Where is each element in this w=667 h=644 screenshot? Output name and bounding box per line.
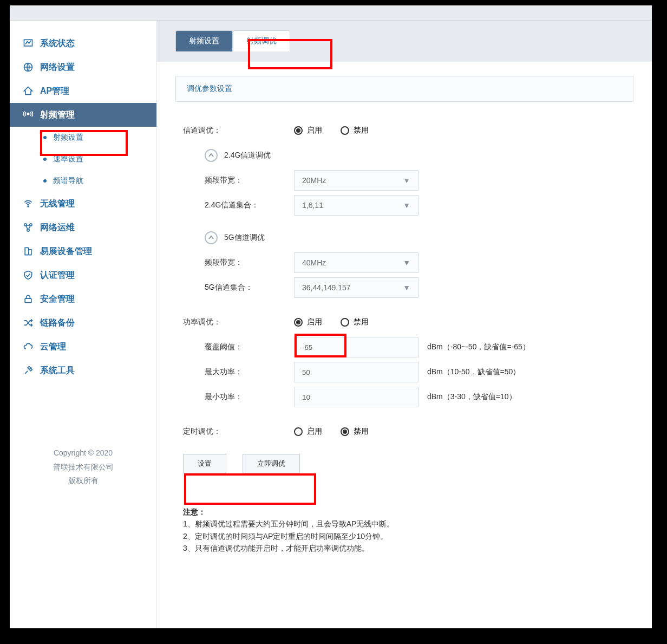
chevron-down-icon: ▼ (403, 283, 410, 292)
channel-opt-label: 信道调优： (183, 126, 294, 135)
max-power-input[interactable] (294, 362, 418, 382)
chevron-down-icon: ▼ (403, 176, 410, 185)
bullet-icon (43, 158, 47, 161)
nav-label: 链路备份 (40, 317, 75, 329)
copyright-line2: 普联技术有限公司 (10, 460, 156, 474)
channels-24g-label: 2.4G信道集合： (205, 200, 294, 210)
bandwidth-5g-select[interactable]: 40MHz ▼ (294, 252, 418, 273)
nav-wireless-management[interactable]: 无线管理 (10, 192, 156, 216)
note-line-2: 2、定时调优的时间须与AP定时重启的时间间隔至少10分钟。 (183, 530, 626, 542)
bullet-icon (43, 136, 47, 139)
tab-rf-optimization[interactable]: 射频调优 (233, 30, 290, 51)
tab-rf-settings[interactable]: 射频设置 (175, 30, 233, 51)
nav-system-tools[interactable]: 系统工具 (10, 359, 156, 382)
radio-label: 启用 (307, 126, 322, 135)
min-power-input[interactable] (294, 387, 418, 407)
nav-link-backup[interactable]: 链路备份 (10, 311, 156, 335)
globe-icon (22, 62, 35, 73)
submenu-label: 速率设置 (53, 154, 83, 164)
timed-opt-radio-group: 启用 禁用 (294, 427, 369, 437)
radio-label: 启用 (307, 317, 322, 327)
nav-rf-management[interactable]: 射频管理 (10, 103, 156, 127)
shield-check-icon (22, 270, 35, 281)
tabs: 射频设置 射频调优 (175, 30, 652, 51)
timed-opt-disable-radio[interactable]: 禁用 (341, 427, 369, 437)
bandwidth-5g-label: 频段带宽： (205, 258, 294, 268)
max-power-hint: dBm（10-50，缺省值=50） (427, 367, 520, 377)
submenu-label: 射频设置 (53, 133, 83, 142)
nav-label: 认证管理 (40, 270, 75, 281)
nav: 系统状态 网络设置 AP管理 射频管理 射频设置 (10, 21, 156, 382)
nav-system-status[interactable]: 系统状态 (10, 31, 156, 55)
collapse-5g-icon[interactable] (205, 231, 218, 244)
coverage-threshold-label: 覆盖阈值： (205, 342, 294, 352)
min-power-label: 最小功率： (205, 392, 294, 402)
notes-block: 注意： 1、射频调优过程需要大约五分钟时间，且会导致AP无线中断。 2、定时调优… (183, 506, 626, 555)
bandwidth-24g-label: 频段带宽： (205, 175, 294, 185)
submenu-spectrum-nav[interactable]: 频谱导航 (43, 170, 156, 192)
device-icon (22, 246, 35, 257)
power-opt-enable-radio[interactable]: 启用 (294, 317, 322, 327)
power-opt-label: 功率调优： (183, 317, 294, 327)
select-value: 36,44,149,157 (302, 283, 351, 292)
nav-network-settings[interactable]: 网络设置 (10, 55, 156, 79)
power-opt-disable-radio[interactable]: 禁用 (341, 317, 369, 327)
ap-icon (22, 86, 35, 96)
max-power-label: 最大功率： (205, 367, 294, 377)
timed-opt-label: 定时调优： (183, 427, 294, 437)
min-power-hint: dBm（3-30，缺省值=10） (427, 392, 516, 402)
select-value: 40MHz (302, 258, 326, 267)
shuffle-icon (22, 317, 35, 328)
nav-label: 安全管理 (40, 294, 75, 305)
nav-label: 云管理 (40, 341, 66, 353)
submenu-rf-settings[interactable]: 射频设置 (43, 127, 156, 148)
radio-label: 禁用 (354, 126, 369, 135)
power-opt-radio-group: 启用 禁用 (294, 317, 369, 327)
channels-24g-select[interactable]: 1,6,11 ▼ (294, 195, 418, 216)
cloud-icon (22, 341, 35, 352)
collapse-24g-icon[interactable] (205, 149, 218, 162)
nodes-icon (22, 222, 35, 233)
note-line-3: 3、只有信道调优功能开启时，才能开启功率调优功能。 (183, 542, 626, 554)
chevron-down-icon: ▼ (403, 201, 410, 210)
timed-opt-enable-radio[interactable]: 启用 (294, 427, 322, 437)
nav-easymesh-management[interactable]: 易展设备管理 (10, 239, 156, 263)
bullet-icon (43, 179, 47, 183)
radio-label: 启用 (307, 427, 322, 437)
nav-network-ops[interactable]: 网络运维 (10, 216, 156, 239)
svg-point-3 (28, 206, 29, 207)
submenu-rate-settings[interactable]: 速率设置 (43, 148, 156, 170)
submenu-rf: 射频设置 速率设置 频谱导航 (10, 127, 156, 192)
radio-label: 禁用 (354, 427, 369, 437)
channel-opt-disable-radio[interactable]: 禁用 (341, 126, 369, 135)
main-panel: 射频设置 射频调优 调优参数设置 信道调优： 启用 禁用 (157, 21, 652, 628)
section-5g-title: 5G信道调优 (224, 233, 265, 243)
bandwidth-24g-select[interactable]: 20MHz ▼ (294, 170, 418, 191)
notes-title: 注意： (183, 506, 626, 518)
nav-label: AP管理 (40, 86, 69, 97)
chevron-down-icon: ▼ (403, 258, 410, 267)
channels-5g-select[interactable]: 36,44,149,157 ▼ (294, 277, 418, 298)
tools-icon (22, 365, 35, 376)
antenna-icon (22, 109, 35, 120)
nav-auth-management[interactable]: 认证管理 (10, 263, 156, 287)
nav-label: 射频管理 (40, 109, 75, 121)
svg-point-2 (27, 113, 29, 115)
nav-security-management[interactable]: 安全管理 (10, 287, 156, 311)
copyright-line1: Copyright © 2020 (10, 446, 156, 460)
sidebar-footer: Copyright © 2020 普联技术有限公司 版权所有 (10, 446, 156, 628)
nav-label: 易展设备管理 (40, 246, 92, 257)
wifi-icon (22, 198, 35, 209)
panel-title: 调优参数设置 (175, 76, 633, 102)
channels-5g-label: 5G信道集合： (205, 283, 294, 292)
nav-label: 系统状态 (40, 38, 75, 49)
apply-button[interactable]: 设置 (183, 454, 226, 473)
section-24g-title: 2.4G信道调优 (224, 151, 271, 160)
nav-cloud-management[interactable]: 云管理 (10, 335, 156, 359)
nav-ap-management[interactable]: AP管理 (10, 79, 156, 103)
channel-opt-enable-radio[interactable]: 启用 (294, 126, 322, 135)
lock-icon (22, 294, 35, 304)
nav-label: 无线管理 (40, 198, 75, 210)
coverage-threshold-input[interactable] (294, 337, 418, 357)
optimize-now-button[interactable]: 立即调优 (243, 454, 300, 473)
